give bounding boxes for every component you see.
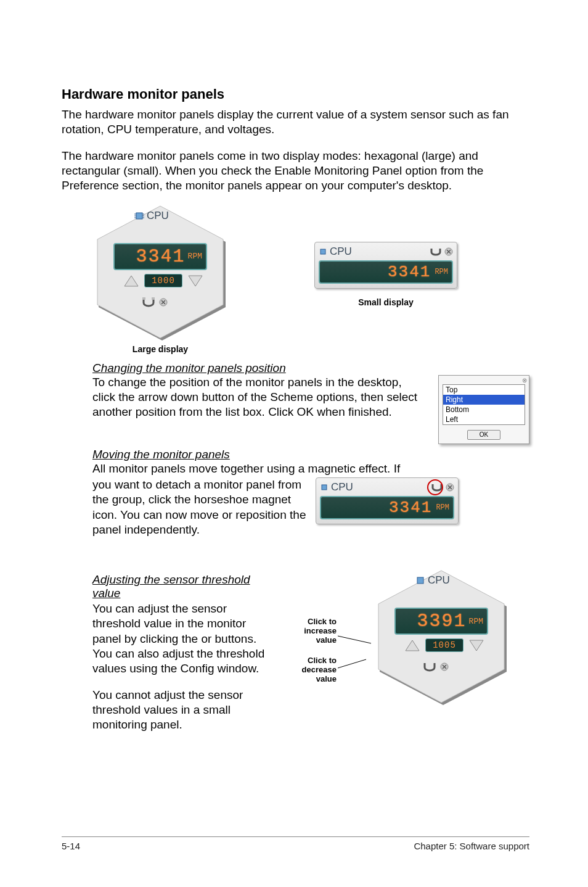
hexagon-shape (92, 205, 228, 340)
scheme-option[interactable]: Bottom (443, 405, 525, 415)
large-display-col: CPU 3341 RPM 1000 (92, 205, 228, 354)
hexagon-shape (374, 569, 509, 705)
adjusting-threshold-text-2: You cannot adjust the sensor threshold v… (92, 688, 277, 733)
decrease-button[interactable] (467, 638, 486, 652)
threshold-row: 1005 (403, 638, 486, 652)
leader-lines (337, 569, 374, 693)
chapter-title: Chapter 5: Software support (414, 841, 529, 851)
detach-example-panel[interactable]: CPU 3341 RPM (316, 477, 459, 524)
scheme-option[interactable]: Right (443, 395, 525, 405)
page-footer: 5-14 Chapter 5: Software support (62, 836, 529, 851)
cpu-chip-icon (320, 483, 329, 492)
panel-bottom-icons (142, 297, 168, 307)
scheme-option[interactable]: Left (443, 415, 525, 424)
sensor-unit: RPM (435, 268, 448, 276)
sensor-lcd: 3341 RPM (319, 260, 453, 284)
panel-title: CPU (134, 210, 169, 222)
svg-line-25 (338, 636, 371, 643)
svg-marker-9 (125, 276, 138, 286)
click-labels: Click to increase value Click to decreas… (288, 617, 337, 699)
svg-marker-10 (189, 276, 202, 286)
magnet-icon[interactable] (142, 297, 155, 307)
sensor-value: 3341 (389, 498, 432, 517)
decrease-button[interactable] (186, 274, 205, 287)
scheme-options-list[interactable]: TopRightBottomLeft (443, 384, 525, 425)
small-display-caption: Small display (358, 297, 413, 307)
sensor-unit: RPM (469, 617, 483, 626)
sensor-unit: RPM (436, 503, 449, 512)
sensor-value: 3341 (136, 246, 186, 267)
cpu-chip-icon (415, 576, 425, 585)
adjust-example-panel[interactable]: CPU 3391 RPM 1005 (374, 569, 503, 699)
close-icon[interactable] (444, 247, 453, 256)
close-icon[interactable] (446, 483, 454, 492)
svg-marker-30 (406, 640, 419, 651)
svg-rect-16 (321, 249, 325, 254)
page: Hardware monitor panels The hardware mon… (0, 0, 588, 887)
page-number: 5-14 (62, 841, 80, 851)
large-display-caption: Large display (133, 344, 188, 354)
adjusting-threshold-heading: Adjusting the sensor threshold value (92, 573, 277, 600)
intro-para-1: The hardware monitor panels display the … (62, 107, 529, 138)
sensor-lcd: 3341 RPM (320, 496, 454, 519)
cpu-chip-icon (134, 211, 144, 221)
panel-title: CPU (415, 574, 450, 587)
svg-rect-11 (142, 297, 145, 300)
sensor-value: 3391 (417, 611, 467, 632)
moving-panels-section: Moving the monitor panels All monitor pa… (92, 448, 529, 549)
svg-rect-2 (136, 213, 142, 219)
changing-position-heading: Changing the monitor panels position (92, 361, 529, 375)
svg-marker-31 (470, 640, 483, 651)
panel-title-text: CPU (147, 210, 169, 222)
panel-title-text: CPU (428, 574, 450, 587)
sensor-lcd: 3341 RPM (113, 243, 207, 270)
panel-title: CPU (320, 481, 353, 493)
close-icon[interactable]: ⊗ (522, 377, 527, 384)
threshold-lcd: 1005 (425, 638, 463, 652)
changing-position-text: To change the position of the monitor pa… (92, 375, 427, 420)
moving-panels-heading: Moving the monitor panels (92, 448, 529, 461)
click-increase-label: Click to increase value (288, 617, 337, 645)
intro-para-2: The hardware monitor panels come in two … (62, 149, 529, 194)
threshold-lcd: 1000 (144, 274, 182, 287)
svg-rect-20 (322, 485, 327, 490)
changing-position-section: Changing the monitor panels position To … (92, 361, 529, 444)
ok-button[interactable]: OK (467, 430, 500, 440)
svg-line-26 (338, 659, 366, 668)
moving-panels-text-1: All monitor panels move together using a… (92, 461, 529, 476)
section-heading: Hardware monitor panels (62, 86, 529, 102)
sensor-unit: RPM (188, 252, 202, 261)
sensor-lcd: 3391 RPM (394, 608, 488, 635)
moving-panels-text-2: you want to detach a monitor panel from … (92, 477, 308, 537)
svg-point-21 (428, 480, 443, 495)
sensor-value: 3341 (388, 263, 431, 281)
adjusting-threshold-section: Adjusting the sensor threshold value You… (92, 569, 529, 744)
svg-rect-12 (152, 297, 155, 300)
threshold-row: 1000 (122, 274, 205, 287)
small-display-col: CPU 3341 RPM Small displa (314, 242, 457, 307)
scheme-listbox[interactable]: ⊗ TopRightBottomLeft OK (438, 375, 529, 444)
svg-rect-29 (417, 577, 423, 584)
small-monitor-panel[interactable]: CPU 3341 RPM (314, 242, 457, 289)
display-modes-row: CPU 3341 RPM 1000 (62, 205, 529, 354)
panel-title-text: CPU (331, 481, 353, 493)
cpu-chip-icon (319, 247, 327, 256)
click-decrease-label: Click to decrease value (288, 656, 337, 684)
magnet-icon[interactable] (430, 247, 442, 256)
large-monitor-panel[interactable]: CPU 3341 RPM 1000 (92, 205, 228, 340)
panel-title: CPU (319, 245, 352, 258)
magnet-icon[interactable] (423, 662, 436, 672)
close-icon[interactable] (159, 298, 168, 307)
close-icon[interactable] (440, 662, 449, 671)
increase-button[interactable] (122, 274, 141, 287)
panel-bottom-icons (423, 662, 449, 672)
magnet-highlight-circle (426, 479, 444, 495)
scheme-option[interactable]: Top (443, 385, 525, 395)
panel-title-text: CPU (330, 245, 352, 258)
adjusting-threshold-text-1: You can adjust the sensor threshold valu… (92, 601, 277, 677)
increase-button[interactable] (403, 638, 422, 652)
